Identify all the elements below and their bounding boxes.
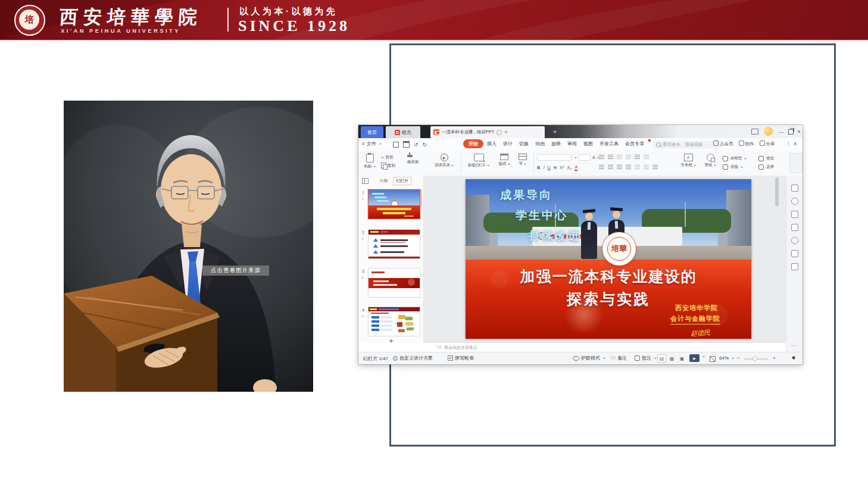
font-color-button[interactable]: A (574, 164, 577, 171)
superscript-button[interactable]: X² (560, 165, 564, 170)
template-panel-icon[interactable] (791, 224, 798, 231)
panel-scrollbar[interactable] (420, 189, 422, 207)
member-button[interactable]: 入会员 (713, 141, 733, 147)
align-objects-icon[interactable] (644, 165, 649, 170)
print-icon[interactable] (403, 141, 410, 148)
settings-panel-icon[interactable] (791, 263, 798, 270)
bold-button[interactable]: B (537, 165, 540, 170)
clipped-ribbon-button[interactable] (789, 153, 803, 173)
redo-icon[interactable]: ↻ (423, 142, 427, 148)
new-slide-button[interactable]: 新建幻灯片 (464, 154, 493, 168)
theme-scheme[interactable]: S 自定义设计方案 (393, 355, 433, 361)
format-painter-icon-slot[interactable] (407, 155, 419, 157)
zoom-in-button[interactable]: + (773, 355, 776, 361)
zoom-level[interactable]: 64% (719, 355, 734, 361)
underline-button[interactable]: U (548, 165, 551, 170)
notes-toggle[interactable]: 备注 (611, 355, 627, 361)
cut-button[interactable]: ✂剪切 (381, 155, 395, 160)
font-grow-button[interactable]: A (592, 155, 595, 160)
reading-view-button[interactable]: ▣ (677, 354, 686, 363)
tab-review[interactable]: 审阅 (564, 139, 580, 148)
format-painter-button[interactable]: 格式刷 (407, 160, 419, 165)
save-icon[interactable] (393, 142, 399, 148)
play-slideshow-button[interactable]: ▶ (689, 354, 700, 362)
subscript-button[interactable]: X₂ (567, 165, 572, 170)
ai-write-button[interactable]: AI帮写 (723, 156, 747, 161)
slide-canvas[interactable]: 西安培華學院 成果导向 学生中心 持续改进 加强一流本科专业建设的 探索与实践 … (466, 179, 751, 339)
minimize-button[interactable]: — (777, 127, 785, 136)
copy-button[interactable]: 复制 (381, 163, 395, 168)
tab-transition[interactable]: 切换 (516, 139, 532, 148)
outline-tab[interactable]: 大纲 (377, 177, 389, 185)
align-right-icon[interactable] (617, 165, 622, 170)
select-button[interactable]: 选择 (758, 164, 774, 170)
slide-thumbnail-2[interactable] (368, 229, 420, 259)
arrange-button[interactable]: 排版 (723, 164, 747, 170)
tab-document[interactable]: 一流本科专业建...培训PPT × (430, 126, 545, 138)
align-justify-icon[interactable] (626, 165, 631, 170)
add-slide-button[interactable]: + (385, 336, 398, 345)
animation-panel-icon[interactable] (791, 198, 798, 205)
tab-member[interactable]: 会员专享 (622, 139, 647, 148)
tab-start[interactable]: 开始 (463, 139, 483, 148)
spellcheck-status[interactable]: 拼写检查 (448, 355, 474, 361)
align-center-icon[interactable] (608, 165, 613, 170)
tab-devtools[interactable]: 开发工具 (597, 139, 622, 148)
slide-thumbnail-4[interactable] (368, 307, 420, 336)
line-spacing-icon[interactable] (635, 155, 640, 160)
section-button[interactable]: 节 (516, 154, 530, 167)
find-button[interactable]: 查找 (758, 156, 774, 161)
indent-increase-icon[interactable] (626, 155, 631, 160)
notes-bar[interactable]: 单击此处添加备注 (424, 342, 786, 352)
normal-view-button[interactable]: ▤ (657, 354, 666, 363)
skin-button[interactable] (750, 127, 760, 136)
indent-decrease-icon[interactable] (617, 155, 622, 160)
strike-button[interactable]: S (554, 165, 557, 170)
restore-button[interactable] (786, 127, 795, 136)
text-direction-icon[interactable] (644, 155, 649, 160)
font-name-select[interactable] (537, 154, 572, 161)
smart-typeset-icon[interactable] (652, 165, 658, 170)
panel-view-icon[interactable] (362, 178, 369, 184)
align-left-icon[interactable] (599, 165, 604, 170)
undo-icon[interactable]: ↺ (414, 142, 419, 148)
fit-to-window-button[interactable] (710, 356, 716, 362)
rehearse-button[interactable]: ▶ 演讲实录 (430, 154, 458, 168)
more-menu-button[interactable]: ⋮ (786, 141, 791, 146)
collapse-ribbon-button[interactable]: ∧ (794, 141, 797, 146)
slide-sorter-view-button[interactable]: ▦ (667, 354, 676, 363)
scrollbar-thumb[interactable] (775, 177, 779, 206)
share-button[interactable]: 分享 (760, 141, 775, 147)
shapes-button[interactable]: 形状 (701, 154, 719, 168)
italic-button[interactable]: I (543, 165, 544, 170)
slide-thumbnail-3[interactable] (368, 268, 420, 298)
close-button[interactable]: × (795, 127, 803, 136)
pen-annotate-icon[interactable]: ◆ (792, 355, 795, 360)
help-panel-icon[interactable] (791, 237, 798, 244)
numbered-list-icon[interactable] (608, 155, 613, 160)
zoom-out-button[interactable]: − (737, 355, 740, 361)
zoom-slider-knob[interactable] (753, 356, 757, 361)
user-avatar[interactable] (764, 127, 773, 136)
comments-toggle[interactable]: 批注 (635, 355, 657, 361)
editor-scrollbar[interactable] (775, 177, 779, 341)
cowork-button[interactable]: 协作 (739, 141, 754, 147)
file-menu[interactable]: ≡ 文件 (362, 141, 382, 147)
properties-panel-icon[interactable] (791, 185, 798, 192)
layout-button[interactable]: 版式 (495, 154, 513, 167)
paste-button[interactable]: 粘贴 (361, 154, 379, 169)
strip-more-icon[interactable]: ⋯ (791, 343, 795, 348)
resource-panel-icon[interactable] (791, 250, 798, 257)
tab-design[interactable]: 设计 (500, 139, 516, 148)
tab-close-icon[interactable]: × (504, 129, 507, 135)
tab-slideshow[interactable]: 放映 (548, 139, 564, 148)
play-dropdown[interactable] (701, 355, 705, 358)
tab-view[interactable]: 视图 (580, 139, 596, 148)
columns-icon[interactable] (635, 165, 640, 170)
new-tab-button[interactable]: + (550, 127, 560, 136)
tab-animation[interactable]: 动画 (532, 139, 548, 148)
tab-docer[interactable]: D 稻壳 (386, 126, 420, 138)
font-size-select[interactable] (579, 154, 591, 161)
design-panel-icon[interactable] (791, 211, 798, 218)
slide-thumbnail-1[interactable] (368, 189, 420, 219)
